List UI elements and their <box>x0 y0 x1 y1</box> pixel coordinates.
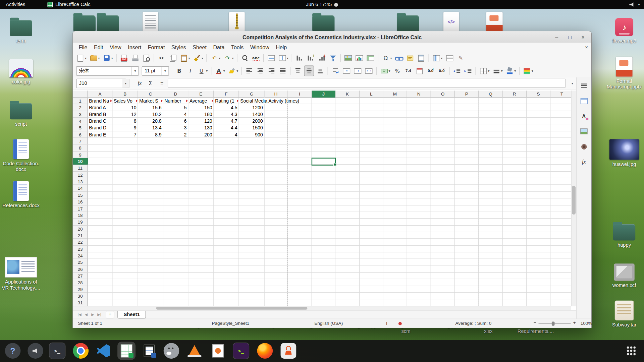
row-header-20[interactable]: 20 <box>73 226 88 232</box>
cell-T6[interactable] <box>550 131 571 138</box>
cell-J24[interactable] <box>312 252 335 259</box>
cell-S18[interactable] <box>527 212 550 219</box>
cell-M2[interactable] <box>383 104 407 111</box>
cell-J27[interactable] <box>312 273 335 279</box>
cell-M15[interactable] <box>383 192 407 198</box>
cell-E31[interactable] <box>188 299 214 306</box>
cell-C14[interactable] <box>138 185 163 192</box>
format-as-currency-button[interactable]: ▾ <box>379 65 391 76</box>
cell-H19[interactable] <box>265 219 288 226</box>
menu-window[interactable]: Window <box>247 44 272 50</box>
cell-R12[interactable] <box>503 172 527 178</box>
column-header-D[interactable]: D <box>163 90 188 98</box>
cell-N6[interactable] <box>407 131 431 138</box>
cell-I30[interactable] <box>287 293 312 299</box>
cell-T25[interactable] <box>550 259 571 266</box>
cell-C20[interactable] <box>138 226 163 232</box>
cell-M5[interactable] <box>383 124 407 131</box>
cell-D3[interactable]: 4 <box>163 111 188 118</box>
cell-E28[interactable] <box>188 279 214 286</box>
cell-R1[interactable] <box>503 98 527 104</box>
cell-A27[interactable] <box>88 273 113 279</box>
cell-F14[interactable] <box>214 185 239 192</box>
cell-A14[interactable] <box>88 185 113 192</box>
cell-O17[interactable] <box>431 205 455 212</box>
cell-I26[interactable] <box>287 266 312 273</box>
desktop-icon-script[interactable]: script <box>1 99 41 127</box>
spreadsheet-grid[interactable]: ABCDEFGHIJKLMNOPQRST1Brand NaSales VoMar… <box>73 90 571 306</box>
cell-J6[interactable] <box>312 131 335 138</box>
chevron-down-icon[interactable]: ▾ <box>131 66 139 75</box>
cell-M13[interactable] <box>383 178 407 185</box>
cell-C9[interactable] <box>138 152 163 158</box>
cell-R4[interactable] <box>503 118 527 124</box>
cell-D9[interactable] <box>163 152 188 158</box>
cell-L20[interactable] <box>360 226 383 232</box>
cell-A4[interactable]: Brand C <box>88 118 113 124</box>
cell-D22[interactable] <box>163 239 188 246</box>
cell-Q19[interactable] <box>479 219 502 226</box>
cell-M20[interactable] <box>383 226 407 232</box>
cell-P11[interactable] <box>455 165 479 172</box>
cell-K10[interactable] <box>335 158 360 165</box>
column-header-E[interactable]: E <box>188 90 214 98</box>
insert-special-character-button[interactable]: Ω▾ <box>381 53 393 63</box>
cell-O7[interactable] <box>431 138 455 145</box>
cell-J25[interactable] <box>312 259 335 266</box>
cell-N5[interactable] <box>407 124 431 131</box>
cell-K13[interactable] <box>335 178 360 185</box>
cell-T19[interactable] <box>550 219 571 226</box>
cell-K28[interactable] <box>335 279 360 286</box>
cell-I31[interactable] <box>287 299 312 306</box>
cell-J11[interactable] <box>312 165 335 172</box>
cell-I4[interactable] <box>287 118 312 124</box>
column-header-G[interactable]: G <box>239 90 264 98</box>
cell-P31[interactable] <box>455 299 479 306</box>
cell-selection-J10[interactable] <box>312 158 336 165</box>
cell-K2[interactable] <box>335 104 360 111</box>
cell-M19[interactable] <box>383 219 407 226</box>
cell-S24[interactable] <box>527 252 550 259</box>
cell-S16[interactable] <box>527 198 550 205</box>
cell-J2[interactable] <box>312 104 335 111</box>
dock-item-gimp[interactable] <box>162 342 180 360</box>
cell-R15[interactable] <box>503 192 527 198</box>
cell-G9[interactable] <box>239 152 264 158</box>
cell-M30[interactable] <box>383 293 407 299</box>
cell-D15[interactable] <box>163 192 188 198</box>
cell-S14[interactable] <box>527 185 550 192</box>
cell-O13[interactable] <box>431 178 455 185</box>
cell-G14[interactable] <box>239 185 264 192</box>
cell-E6[interactable]: 200 <box>188 131 214 138</box>
cell-G10[interactable] <box>239 158 264 165</box>
cell-T10[interactable] <box>550 158 571 165</box>
cell-E9[interactable] <box>188 152 214 158</box>
cell-I25[interactable] <box>287 259 312 266</box>
row-header-9[interactable]: 9 <box>73 152 88 158</box>
cell-G22[interactable] <box>239 239 264 246</box>
cell-B22[interactable] <box>112 239 138 246</box>
cell-T15[interactable] <box>550 192 571 198</box>
cell-Q2[interactable] <box>479 104 502 111</box>
desktop-icon-happy[interactable]: happy <box>604 220 644 248</box>
cell-H28[interactable] <box>265 279 288 286</box>
cell-C21[interactable] <box>138 232 163 239</box>
zoom-in-button[interactable]: + <box>573 320 576 325</box>
cell-T17[interactable] <box>550 205 571 212</box>
cell-I13[interactable] <box>287 178 312 185</box>
cell-H22[interactable] <box>265 239 288 246</box>
cell-S1[interactable] <box>527 98 550 104</box>
cell-O19[interactable] <box>431 219 455 226</box>
cell-R26[interactable] <box>503 266 527 273</box>
desktop-icon-code-collection-docx[interactable]: Code Collection. docx <box>1 138 41 172</box>
cell-L7[interactable] <box>360 138 383 145</box>
insert-pivot-table-button[interactable] <box>366 53 375 63</box>
cell-A16[interactable] <box>88 198 113 205</box>
menu-format[interactable]: Format <box>145 44 168 50</box>
cell-D25[interactable] <box>163 259 188 266</box>
cell-F13[interactable] <box>214 178 239 185</box>
desktop-icon-zip[interactable] <box>217 11 257 32</box>
cell-T7[interactable] <box>550 138 571 145</box>
previous-sheet-button[interactable]: ◀ <box>83 312 90 316</box>
cell-F29[interactable] <box>214 286 239 293</box>
